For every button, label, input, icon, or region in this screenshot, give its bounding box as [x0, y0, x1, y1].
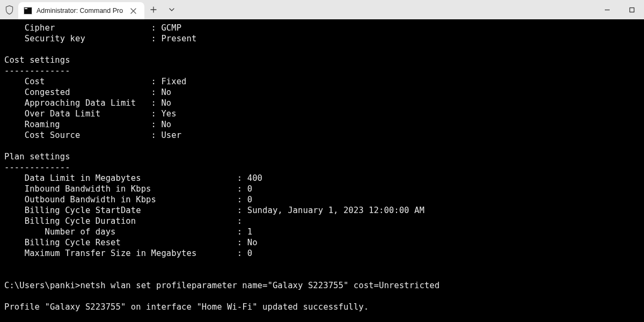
minimize-button[interactable]	[595, 0, 619, 19]
title-bar-drag-region[interactable]	[181, 0, 595, 19]
tab-title: Administrator: Command Pro	[36, 7, 123, 14]
terminal-icon	[24, 7, 32, 14]
tab-close-button[interactable]	[127, 5, 139, 17]
window-controls	[595, 0, 644, 19]
app-shield-icon	[0, 0, 18, 19]
tab-active[interactable]: Administrator: Command Pro	[18, 2, 144, 19]
maximize-button[interactable]	[619, 0, 644, 19]
svg-rect-0	[630, 8, 634, 12]
new-tab-button[interactable]	[144, 0, 163, 19]
terminal-output[interactable]: Cipher : GCMP Security key : Present Cos…	[0, 19, 644, 322]
tab-dropdown-button[interactable]	[163, 0, 181, 19]
title-bar: Administrator: Command Pro	[0, 0, 644, 19]
